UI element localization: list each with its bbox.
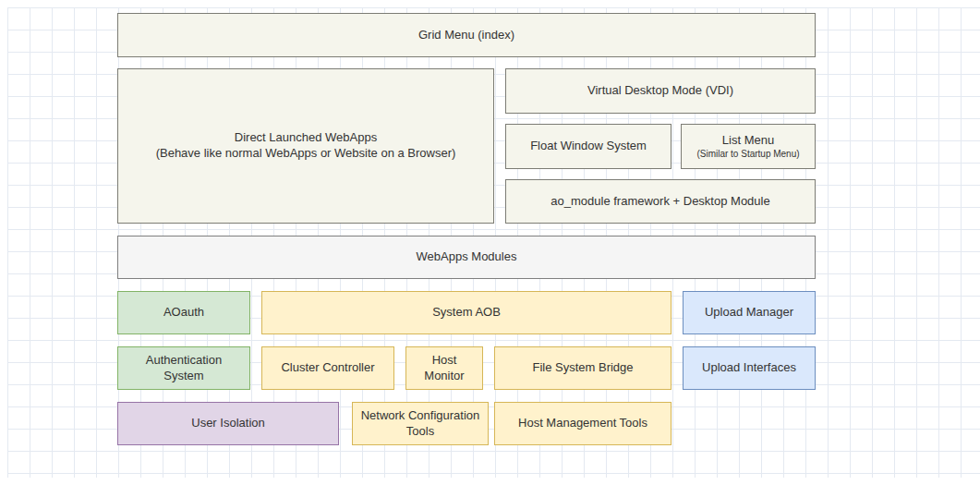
shape-file-system-bridge[interactable]: File System Bridge [494,346,671,390]
shape-host-monitor[interactable]: Host Monitor [405,346,483,390]
virtual-desktop-mode-label: Virtual Desktop Mode (VDI) [587,83,733,99]
shape-virtual-desktop-mode[interactable]: Virtual Desktop Mode (VDI) [505,68,816,114]
upload-manager-label: Upload Manager [705,305,793,321]
diagram-page: Grid Menu (index) Direct Launched WebApp… [0,0,980,485]
upload-interfaces-label: Upload Interfaces [702,360,796,376]
aoauth-label: AOauth [163,305,204,321]
shape-network-configuration-tools[interactable]: Network Configuration Tools [352,402,489,445]
shape-ao-module-framework[interactable]: ao_module framework + Desktop Module [505,179,816,224]
shape-upload-interfaces[interactable]: Upload Interfaces [683,346,816,390]
shape-system-aob[interactable]: System AOB [261,291,671,334]
direct-launched-webapps-subtitle: (Behave like normal WebApps or Website o… [156,146,456,162]
direct-launched-webapps-title: Direct Launched WebApps [235,130,377,146]
float-window-system-label: Float Window System [530,139,647,154]
shape-user-isolation[interactable]: User Isolation [117,402,339,445]
shape-float-window-system[interactable]: Float Window System [505,124,671,169]
list-menu-sublabel: (Similar to Startup Menu) [696,148,799,160]
webapps-modules-label: WebApps Modules [417,249,517,265]
user-isolation-label: User Isolation [191,416,264,431]
shape-upload-manager[interactable]: Upload Manager [683,291,816,334]
system-aob-label: System AOB [432,305,501,321]
shape-list-menu[interactable]: List Menu (Similar to Startup Menu) [681,124,816,169]
shape-aoauth[interactable]: AOauth [117,291,250,334]
shape-authentication-system[interactable]: Authentication System [117,346,250,390]
authentication-system-label: Authentication System [126,353,242,384]
shape-cluster-controller[interactable]: Cluster Controller [261,346,394,390]
grid-menu-label: Grid Menu (index) [418,28,514,43]
shape-grid-menu[interactable]: Grid Menu (index) [117,13,816,57]
file-system-bridge-label: File System Bridge [532,360,633,376]
host-management-tools-label: Host Management Tools [518,416,647,431]
cluster-controller-label: Cluster Controller [281,360,374,376]
list-menu-label: List Menu [722,133,774,149]
ao-module-framework-label: ao_module framework + Desktop Module [550,194,769,210]
network-configuration-tools-label: Network Configuration Tools [360,408,480,440]
host-monitor-label: Host Monitor [414,353,475,384]
shape-webapps-modules[interactable]: WebApps Modules [117,236,816,279]
shape-host-management-tools[interactable]: Host Management Tools [494,402,671,445]
shape-direct-launched-webapps[interactable]: Direct Launched WebApps (Behave like nor… [117,68,494,224]
